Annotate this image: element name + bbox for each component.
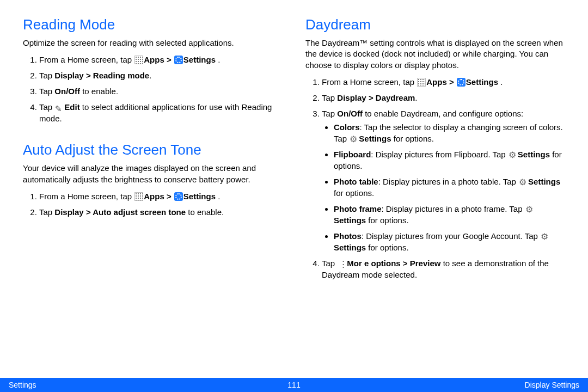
apps-grid-icon: [134, 56, 143, 64]
text: Settings: [334, 216, 366, 225]
text: Flipboard: [334, 150, 371, 159]
intro-daydream: The Daydream™ setting controls what is d…: [305, 38, 568, 71]
text: to enable.: [80, 87, 118, 96]
footer-right: Display Settings: [525, 381, 579, 389]
text: On/Off: [337, 109, 363, 118]
steps-auto-adjust: From a Home screen, tap Apps > Settings …: [23, 191, 286, 218]
text: Settings: [183, 192, 216, 201]
list-item: From a Home screen, tap Apps > Settings …: [322, 76, 568, 88]
list-item: Photo frame: Display pictures in a photo…: [334, 203, 565, 226]
text: for options.: [334, 188, 374, 198]
list-item: Photos: Display pictures from your Googl…: [334, 230, 565, 253]
text: to enable.: [186, 207, 224, 217]
text: : Display pictures from your Google Acco…: [362, 231, 540, 241]
text: .: [498, 77, 503, 87]
text: .: [415, 93, 417, 102]
list-item: From a Home screen, tap Apps > Settings …: [39, 191, 286, 202]
text: From a Home screen, tap: [39, 192, 134, 201]
steps-reading-mode: From a Home screen, tap Apps > Settings …: [23, 54, 286, 124]
more-options-icon: [338, 259, 346, 268]
text: Edit: [64, 102, 79, 112]
text: Display > Reading mode: [54, 71, 149, 80]
text: for options.: [391, 134, 434, 143]
list-item: Tap Edit to select additional applicatio…: [39, 101, 286, 124]
list-item: Tap Mor e options > Preview to see a dem…: [322, 258, 568, 280]
text: From a Home screen, tap: [322, 77, 416, 87]
pencil-icon: [55, 103, 64, 112]
gear-icon: [519, 177, 528, 186]
text: Tap: [39, 87, 54, 96]
text: Display > Daydream: [337, 93, 415, 102]
text: Tap: [322, 109, 337, 118]
list-item: Tap Display > Reading mode.: [39, 70, 286, 81]
text: Apps >: [426, 77, 456, 87]
text: : Display pictures in a photo frame. Tap: [382, 204, 525, 213]
text: Colors: [334, 122, 360, 132]
list-item: From a Home screen, tap Apps > Settings …: [39, 54, 286, 65]
page-number: 111: [287, 381, 300, 389]
left-column: Reading Mode Optimize the screen for rea…: [23, 13, 286, 285]
gear-icon: [509, 150, 517, 159]
page-footer: Settings 111 Display Settings: [0, 378, 588, 392]
text: : Display pictures from Flipboard. Tap: [371, 150, 508, 159]
text: Display > Auto adjust screen tone: [54, 207, 186, 217]
text: to enable Daydream, and configure option…: [363, 109, 523, 118]
heading-auto-adjust: Auto Adjust the Screen Tone: [23, 142, 286, 158]
intro-reading-mode: Optimize the screen for reading with sel…: [23, 38, 286, 48]
text: .: [216, 192, 220, 201]
text: From a Home screen, tap: [39, 55, 134, 64]
text: Settings: [359, 134, 391, 143]
settings-gear-icon: [174, 192, 183, 201]
text: Apps >: [144, 55, 174, 64]
text: .: [149, 71, 151, 80]
gear-icon: [350, 134, 358, 143]
text: Settings: [466, 77, 498, 87]
list-item: Tap On/Off to enable.: [39, 85, 286, 97]
heading-daydream: Daydream: [305, 16, 568, 33]
text: Tap: [322, 93, 337, 102]
text: Settings: [518, 150, 550, 159]
text: Mor e options > Preview: [347, 259, 440, 268]
text: Tap: [39, 207, 54, 217]
heading-reading-mode: Reading Mode: [23, 16, 286, 33]
list-item: Tap Display > Auto adjust screen tone to…: [39, 206, 286, 218]
text: On/Off: [54, 87, 80, 96]
text: : Display pictures in a photo table. Tap: [378, 177, 518, 186]
list-item: Colors: Tap the selector to display a ch…: [334, 121, 565, 144]
text: Tap: [322, 259, 337, 268]
steps-daydream: From a Home screen, tap Apps > Settings …: [305, 76, 568, 280]
gear-icon: [541, 232, 549, 241]
intro-auto-adjust: Your device will analyze the images disp…: [23, 163, 286, 185]
text: Photo frame: [334, 204, 382, 213]
list-item: Flipboard: Display pictures from Flipboa…: [334, 149, 565, 171]
text: .: [216, 55, 220, 64]
footer-left: Settings: [9, 381, 36, 389]
daydream-options: Colors: Tap the selector to display a ch…: [322, 121, 565, 253]
text: for options.: [366, 243, 408, 252]
right-column: Daydream The Daydream™ setting controls …: [305, 13, 568, 285]
text: Settings: [528, 177, 560, 186]
text: Photos: [334, 231, 362, 241]
list-item: Tap On/Off to enable Daydream, and confi…: [322, 108, 568, 253]
settings-gear-icon: [457, 78, 465, 87]
text: Tap: [39, 102, 54, 112]
list-item: Photo table: Display pictures in a photo…: [334, 176, 565, 199]
gear-icon: [525, 205, 534, 213]
text: Settings: [334, 243, 366, 252]
text: Settings: [183, 55, 216, 64]
list-item: Tap Display > Daydream.: [322, 92, 568, 103]
text: Photo table: [334, 177, 378, 186]
apps-grid-icon: [134, 192, 143, 201]
apps-grid-icon: [417, 78, 426, 87]
text: Tap: [39, 71, 54, 80]
text: for options.: [366, 216, 408, 225]
text: Apps >: [144, 192, 174, 201]
settings-gear-icon: [174, 56, 183, 64]
